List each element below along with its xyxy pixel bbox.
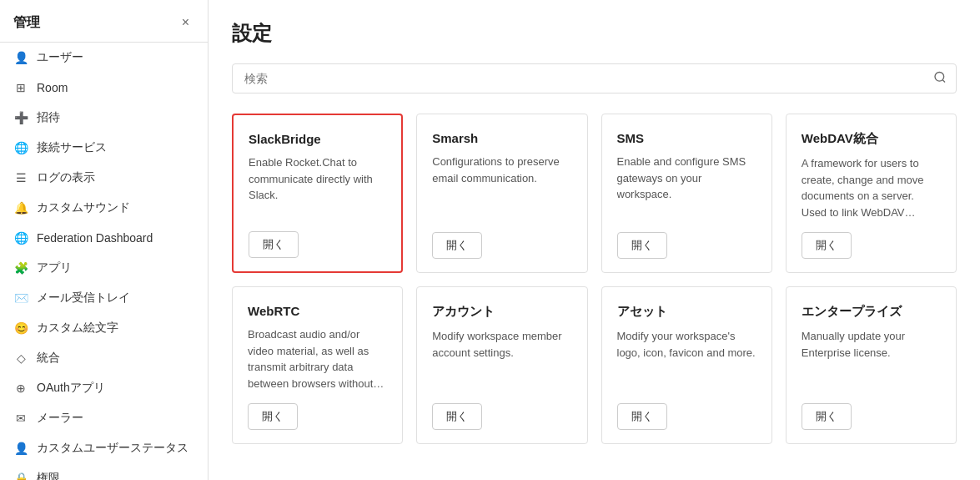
sidebar-item-federation-dashboard[interactable]: 🌐 Federation Dashboard	[0, 223, 208, 253]
card-description: Enable and configure SMS gateways on you…	[617, 154, 756, 220]
cards-grid: SlackBridge Enable Rocket.Chat to commun…	[232, 114, 957, 444]
invite-icon: ➕	[13, 110, 28, 125]
sidebar-item-label: アプリ	[37, 260, 72, 275]
card-description: Configurations to preserve email communi…	[432, 154, 571, 220]
sidebar-item-view-log[interactable]: ☰ ログの表示	[0, 163, 208, 193]
svg-line-1	[942, 80, 945, 83]
card-open-button[interactable]: 開く	[617, 232, 667, 259]
card-description: Modify workspace member account settings…	[432, 328, 571, 392]
mailer-icon: ✉	[13, 411, 28, 426]
custom-emoji-icon: 😊	[13, 321, 28, 336]
card-description: Broadcast audio and/or video material, a…	[248, 326, 387, 392]
sidebar-item-label: カスタムユーザーステータス	[37, 441, 188, 456]
view-log-icon: ☰	[13, 170, 28, 185]
sidebar-item-custom-emoji[interactable]: 😊 カスタム絵文字	[0, 313, 208, 343]
card-enterprise: エンタープライズ Manually update your Enterprise…	[786, 286, 957, 444]
page-title: 設定	[232, 20, 957, 47]
card-open-button[interactable]: 開く	[432, 403, 482, 430]
sidebar-item-label: Federation Dashboard	[37, 231, 153, 245]
card-smarsh: Smarsh Configurations to preserve email …	[416, 114, 587, 273]
sidebar-item-label: 権限	[37, 471, 60, 480]
sidebar-item-label: カスタム絵文字	[37, 321, 118, 336]
integration-icon: ◇	[13, 351, 28, 366]
search-bar	[232, 63, 957, 93]
room-icon: ⊞	[13, 80, 28, 95]
sidebar-item-label: メール受信トレイ	[37, 291, 130, 306]
sidebar-item-permissions[interactable]: 🔒 権限	[0, 463, 208, 480]
permissions-icon: 🔒	[13, 471, 28, 480]
sidebar-item-mail-tray[interactable]: ✉️ メール受信トレイ	[0, 283, 208, 313]
oauth-icon: ⊕	[13, 381, 28, 396]
sidebar-title: 管理	[13, 14, 40, 32]
card-title: Smarsh	[432, 131, 571, 145]
sidebar-item-label: 統合	[37, 351, 60, 366]
sidebar-item-label: OAuthアプリ	[37, 381, 105, 396]
mail-tray-icon: ✉️	[13, 291, 28, 306]
sidebar-item-label: Room	[37, 81, 68, 94]
card-title: アカウント	[432, 304, 571, 320]
svg-point-0	[935, 73, 944, 82]
card-title: SlackBridge	[249, 132, 386, 146]
sidebar-item-label: カスタムサウンド	[37, 200, 130, 215]
search-button[interactable]	[933, 71, 947, 87]
card-open-button[interactable]: 開く	[249, 231, 299, 258]
sidebar-item-label: メーラー	[37, 411, 83, 426]
sidebar-header: 管理 ×	[0, 0, 208, 43]
custom-sound-icon: 🔔	[13, 200, 28, 215]
card-description: A framework for users to create, change …	[802, 155, 941, 220]
connection-services-icon: 🌐	[13, 140, 28, 155]
federation-dashboard-icon: 🌐	[13, 230, 28, 245]
card-title: エンタープライズ	[802, 304, 941, 320]
sidebar-item-label: ユーザー	[37, 50, 83, 65]
apps-icon: 🧩	[13, 260, 28, 275]
sidebar-item-integration[interactable]: ◇ 統合	[0, 343, 208, 373]
sidebar-item-connection-services[interactable]: 🌐 接続サービス	[0, 133, 208, 163]
main-content: 設定 SlackBridge Enable Rocket.Chat to com…	[209, 0, 980, 480]
card-webdav: WebDAV統合 A framework for users to create…	[786, 114, 957, 273]
card-slackbridge: SlackBridge Enable Rocket.Chat to commun…	[232, 114, 403, 273]
users-icon: 👤	[13, 50, 28, 65]
card-description: Modify your workspace's logo, icon, favi…	[617, 328, 756, 392]
card-title: WebRTC	[248, 304, 387, 318]
card-open-button[interactable]: 開く	[802, 232, 852, 259]
close-button[interactable]: ×	[177, 13, 194, 32]
card-description: Manually update your Enterprise license.	[802, 328, 941, 392]
sidebar-item-custom-user-status[interactable]: 👤 カスタムユーザーステータス	[0, 433, 208, 463]
sidebar-item-custom-sound[interactable]: 🔔 カスタムサウンド	[0, 193, 208, 223]
card-account: アカウント Modify workspace member account se…	[416, 286, 587, 444]
sidebar-item-invite[interactable]: ➕ 招待	[0, 103, 208, 133]
sidebar-item-oauth[interactable]: ⊕ OAuthアプリ	[0, 373, 208, 403]
card-open-button[interactable]: 開く	[802, 403, 852, 430]
sidebar-item-room[interactable]: ⊞ Room	[0, 73, 208, 103]
card-description: Enable Rocket.Chat to communicate direct…	[249, 154, 386, 220]
sidebar-item-label: ログの表示	[37, 170, 95, 185]
search-input[interactable]	[232, 63, 957, 93]
sidebar-item-label: 招待	[37, 110, 60, 125]
card-title: アセット	[617, 304, 756, 320]
card-open-button[interactable]: 開く	[432, 232, 482, 259]
card-title: WebDAV統合	[802, 131, 941, 147]
sidebar-item-mailer[interactable]: ✉ メーラー	[0, 403, 208, 433]
sidebar: 管理 × 👤 ユーザー ⊞ Room ➕ 招待 🌐 接続サービス ☰ ログの表示…	[0, 0, 209, 480]
card-sms: SMS Enable and configure SMS gateways on…	[601, 114, 772, 273]
sidebar-item-users[interactable]: 👤 ユーザー	[0, 43, 208, 73]
card-open-button[interactable]: 開く	[248, 403, 298, 430]
card-assets: アセット Modify your workspace's logo, icon,…	[601, 286, 772, 444]
card-title: SMS	[617, 131, 756, 145]
card-webrtc: WebRTC Broadcast audio and/or video mate…	[232, 286, 403, 444]
card-open-button[interactable]: 開く	[617, 403, 667, 430]
custom-user-status-icon: 👤	[13, 441, 28, 456]
sidebar-item-apps[interactable]: 🧩 アプリ	[0, 253, 208, 283]
sidebar-item-label: 接続サービス	[37, 140, 107, 155]
sidebar-nav: 👤 ユーザー ⊞ Room ➕ 招待 🌐 接続サービス ☰ ログの表示 🔔 カス…	[0, 43, 208, 480]
